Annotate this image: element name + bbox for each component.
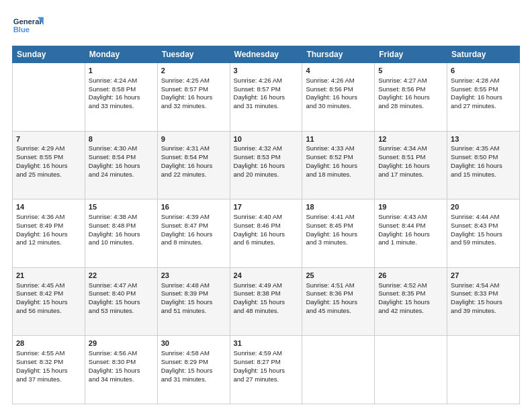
logo: General Blue [12,12,47,39]
cell-text: Sunset: 8:51 PM [378,153,443,162]
cell-text: Daylight: 15 hours [16,298,81,307]
cell-text: Sunset: 8:35 PM [378,289,443,298]
cell-text: Daylight: 16 hours [306,93,371,102]
calendar-cell: 26Sunrise: 4:52 AMSunset: 8:35 PMDayligh… [375,267,447,336]
cell-text: and 15 minutes. [451,171,516,179]
cell-text: Daylight: 16 hours [306,230,371,239]
cell-text: Sunset: 8:48 PM [89,222,154,230]
cell-text: Sunrise: 4:43 AM [378,213,443,222]
svg-text:Blue: Blue [13,26,30,34]
cell-text: and 59 minutes. [451,238,516,247]
cell-text: Sunrise: 4:32 AM [234,144,299,153]
cell-text: and 33 minutes. [89,102,154,111]
cell-text: Sunrise: 4:41 AM [306,213,371,222]
weekday-header-wednesday: Wednesday [230,46,302,63]
calendar-cell: 6Sunrise: 4:28 AMSunset: 8:55 PMDaylight… [447,63,520,132]
day-number: 1 [89,66,154,76]
cell-text: Daylight: 16 hours [161,230,226,239]
week-row-3: 14Sunrise: 4:36 AMSunset: 8:49 PMDayligh… [13,199,520,268]
cell-text: Daylight: 15 hours [451,230,516,239]
calendar-cell: 31Sunrise: 4:59 AMSunset: 8:27 PMDayligh… [230,336,302,404]
cell-text: Sunrise: 4:52 AM [378,281,443,290]
cell-text: Daylight: 15 hours [161,298,226,307]
day-number: 23 [161,271,226,281]
calendar-cell: 25Sunrise: 4:51 AMSunset: 8:36 PMDayligh… [302,267,375,336]
day-number: 29 [89,338,154,349]
calendar-cell: 2Sunrise: 4:25 AMSunset: 8:57 PMDaylight… [157,63,230,132]
cell-text: Sunset: 8:53 PM [234,153,299,162]
cell-text: Sunrise: 4:33 AM [306,144,371,153]
cell-text: Sunset: 8:38 PM [234,289,299,298]
calendar-cell: 12Sunrise: 4:34 AMSunset: 8:51 PMDayligh… [375,131,447,199]
calendar-cell: 14Sunrise: 4:36 AMSunset: 8:49 PMDayligh… [13,199,85,268]
cell-text: Daylight: 15 hours [16,367,81,375]
cell-text: Daylight: 15 hours [161,367,226,375]
cell-text: and 25 minutes. [16,171,81,179]
day-number: 8 [89,134,154,144]
cell-text: Daylight: 16 hours [89,162,154,171]
day-number: 30 [161,338,226,349]
cell-text: Daylight: 15 hours [378,298,443,307]
cell-text: Sunrise: 4:55 AM [16,349,81,358]
cell-text: Daylight: 15 hours [451,298,516,307]
cell-text: and 45 minutes. [306,307,371,316]
cell-text: Daylight: 16 hours [234,230,299,239]
day-number: 12 [378,134,443,144]
cell-text: Sunrise: 4:34 AM [378,144,443,153]
cell-text: and 31 minutes. [161,375,226,384]
day-number: 14 [16,202,81,212]
cell-text: Daylight: 16 hours [451,162,516,171]
calendar-cell: 5Sunrise: 4:27 AMSunset: 8:56 PMDaylight… [375,63,447,132]
day-number: 27 [451,271,516,281]
cell-text: Daylight: 15 hours [89,367,154,375]
calendar-cell: 22Sunrise: 4:47 AMSunset: 8:40 PMDayligh… [85,267,157,336]
cell-text: Daylight: 15 hours [306,298,371,307]
cell-text: and 6 minutes. [234,238,299,247]
cell-text: and 8 minutes. [161,238,226,247]
calendar-cell: 9Sunrise: 4:31 AMSunset: 8:54 PMDaylight… [157,131,230,199]
cell-text: Sunrise: 4:24 AM [89,77,154,85]
cell-text: Daylight: 16 hours [378,93,443,102]
weekday-header-saturday: Saturday [447,46,520,63]
page: General Blue SundayMondayTuesdayWednesda… [0,0,532,411]
day-number: 4 [306,66,371,76]
cell-text: Sunset: 8:54 PM [161,153,226,162]
day-number: 7 [16,134,81,144]
calendar-cell: 13Sunrise: 4:35 AMSunset: 8:50 PMDayligh… [447,131,520,199]
cell-text: Daylight: 15 hours [234,367,299,375]
cell-text: Daylight: 16 hours [89,230,154,239]
cell-text: and 28 minutes. [378,102,443,111]
calendar-cell [302,336,375,404]
cell-text: Sunrise: 4:40 AM [234,213,299,222]
cell-text: and 53 minutes. [89,307,154,316]
cell-text: Daylight: 16 hours [234,93,299,102]
day-number: 16 [161,202,226,212]
day-number: 25 [306,271,371,281]
cell-text: and 42 minutes. [378,307,443,316]
calendar-cell: 7Sunrise: 4:29 AMSunset: 8:55 PMDaylight… [13,131,85,199]
cell-text: and 31 minutes. [234,102,299,111]
cell-text: and 48 minutes. [234,307,299,316]
cell-text: and 56 minutes. [16,307,81,316]
cell-text: Sunset: 8:58 PM [89,85,154,94]
cell-text: and 27 minutes. [234,375,299,384]
calendar-cell [375,336,447,404]
cell-text: and 3 minutes. [306,238,371,247]
cell-text: Sunrise: 4:27 AM [378,77,443,85]
calendar-cell: 4Sunrise: 4:26 AMSunset: 8:56 PMDaylight… [302,63,375,132]
day-number: 28 [16,338,81,349]
cell-text: Sunset: 8:47 PM [161,222,226,230]
cell-text: Sunrise: 4:26 AM [306,77,371,85]
cell-text: Sunrise: 4:54 AM [451,281,516,290]
day-number: 3 [234,66,299,76]
day-number: 24 [234,271,299,281]
cell-text: and 1 minute. [378,238,443,247]
cell-text: and 10 minutes. [89,238,154,247]
cell-text: Sunset: 8:57 PM [161,85,226,94]
cell-text: Sunset: 8:55 PM [16,153,81,162]
cell-text: and 39 minutes. [451,307,516,316]
cell-text: and 30 minutes. [306,102,371,111]
cell-text: and 34 minutes. [89,375,154,384]
cell-text: and 27 minutes. [451,102,516,111]
cell-text: Daylight: 16 hours [161,162,226,171]
